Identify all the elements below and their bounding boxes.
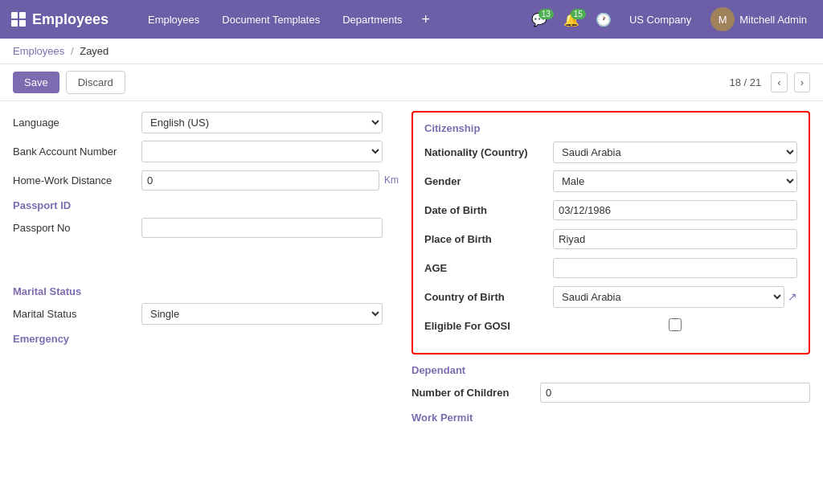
num-children-label: Number of Children xyxy=(412,387,540,399)
emergency-section-title: Emergency xyxy=(13,333,399,345)
user-menu[interactable]: M Mitchell Admin xyxy=(702,7,815,31)
language-field: English (US) xyxy=(141,112,383,133)
km-suffix: Km xyxy=(384,174,399,186)
bank-account-row: Bank Account Number xyxy=(13,140,399,162)
gosi-label: Eligible For GOSI xyxy=(424,320,553,332)
dob-field xyxy=(553,200,797,220)
content-area: Language English (US) Bank Account Numbe… xyxy=(0,101,823,499)
age-row: AGE xyxy=(424,256,797,279)
num-children-input[interactable] xyxy=(540,383,810,403)
home-work-input[interactable] xyxy=(141,170,379,191)
pob-label: Place of Birth xyxy=(424,233,553,245)
user-name: Mitchell Admin xyxy=(739,14,807,26)
pob-input[interactable] xyxy=(553,229,797,249)
breadcrumb-separator: / xyxy=(71,45,74,57)
app-title: Employees xyxy=(32,11,109,28)
gender-row: Gender Male Female xyxy=(424,170,797,192)
toolbar: Save Discard 18 / 21 ‹ › xyxy=(0,64,823,101)
breadcrumb-parent[interactable]: Employees xyxy=(13,45,64,57)
marital-status-select[interactable]: SingleMarriedDivorcedWidowed xyxy=(141,303,383,325)
dob-label: Date of Birth xyxy=(424,204,553,216)
ext-link-icon[interactable]: ↗︎ xyxy=(788,290,797,303)
marital-status-row: Marital Status SingleMarriedDivorcedWido… xyxy=(13,302,399,325)
pagination-next[interactable]: › xyxy=(794,72,810,92)
alerts-button[interactable]: 🔔 15 xyxy=(557,9,586,31)
dob-input[interactable] xyxy=(553,200,797,220)
breadcrumb-current: Zayed xyxy=(80,45,109,57)
nationality-label: Nationality (Country) xyxy=(424,146,553,158)
passport-no-field xyxy=(141,218,383,238)
country-of-birth-field: Saudi Arabia ↗︎ xyxy=(553,286,797,308)
bank-account-select[interactable] xyxy=(141,141,383,162)
num-children-row: Number of Children xyxy=(412,381,810,404)
top-nav: Employees Employees Document Templates D… xyxy=(0,0,823,39)
nationality-select[interactable]: Saudi Arabia xyxy=(553,141,797,163)
right-column: Citizenship Nationality (Country) Saudi … xyxy=(412,111,810,428)
pagination-prev[interactable]: ‹ xyxy=(771,72,787,92)
messages-badge: 13 xyxy=(538,9,554,19)
nav-menu: Employees Document Templates Departments… xyxy=(137,0,525,39)
left-column: Language English (US) Bank Account Numbe… xyxy=(13,111,399,428)
marital-section-title: Marital Status xyxy=(13,285,399,297)
age-input[interactable] xyxy=(553,258,797,278)
citizenship-box: Citizenship Nationality (Country) Saudi … xyxy=(412,111,810,354)
passport-section-title: Passport ID xyxy=(13,199,399,211)
gosi-field xyxy=(553,318,797,334)
messages-button[interactable]: 💬 13 xyxy=(525,9,554,31)
nav-add-button[interactable]: + xyxy=(414,11,439,28)
nav-departments[interactable]: Departments xyxy=(331,0,413,39)
home-work-field xyxy=(141,170,379,191)
breadcrumb: Employees / Zayed xyxy=(0,39,823,64)
num-children-field xyxy=(540,383,810,403)
company-selector[interactable]: US Company xyxy=(621,14,699,26)
passport-no-label: Passport No xyxy=(13,222,141,234)
nationality-row: Nationality (Country) Saudi Arabia xyxy=(424,141,797,163)
bank-account-field xyxy=(141,141,383,162)
age-label: AGE xyxy=(424,262,553,274)
pagination-info: 18 / 21 xyxy=(730,76,762,88)
clock-icon: 🕐 xyxy=(596,12,612,27)
gender-label: Gender xyxy=(424,175,553,187)
gosi-row: Eligible For GOSI xyxy=(424,314,797,337)
avatar: M xyxy=(710,7,735,31)
gender-field: Male Female xyxy=(553,170,797,192)
alerts-badge: 15 xyxy=(571,9,586,19)
country-of-birth-row: Country of Birth Saudi Arabia ↗︎ xyxy=(424,285,797,308)
discard-button[interactable]: Discard xyxy=(66,71,125,94)
home-work-row: Home-Work Distance Km xyxy=(13,169,399,191)
dependant-section-title: Dependant xyxy=(412,364,810,376)
language-row: Language English (US) xyxy=(13,111,399,133)
country-of-birth-select[interactable]: Saudi Arabia xyxy=(553,286,784,308)
country-of-birth-label: Country of Birth xyxy=(424,291,553,303)
nav-right: 💬 13 🔔 15 🕐 US Company M Mitchell Admin xyxy=(525,7,815,31)
age-field xyxy=(553,258,797,278)
clock-button[interactable]: 🕐 xyxy=(589,9,618,31)
citizenship-title: Citizenship xyxy=(424,122,797,134)
app-logo[interactable]: Employees xyxy=(8,11,137,28)
nationality-field: Saudi Arabia xyxy=(553,141,797,163)
pob-field xyxy=(553,229,797,249)
work-permit-section-title: Work Permit xyxy=(412,412,810,424)
nav-employees[interactable]: Employees xyxy=(137,0,211,39)
gender-select[interactable]: Male Female xyxy=(553,170,797,192)
home-work-label: Home-Work Distance xyxy=(13,174,141,186)
grid-icon xyxy=(11,12,26,27)
marital-status-field: SingleMarriedDivorcedWidowed xyxy=(141,303,383,325)
passport-no-row: Passport No xyxy=(13,216,399,239)
pob-row: Place of Birth xyxy=(424,227,797,250)
language-label: Language xyxy=(13,117,141,129)
bank-account-label: Bank Account Number xyxy=(13,145,141,158)
passport-no-input[interactable] xyxy=(141,218,383,238)
save-button[interactable]: Save xyxy=(13,72,59,93)
nav-document-templates[interactable]: Document Templates xyxy=(211,0,331,39)
dob-row: Date of Birth xyxy=(424,199,797,221)
gosi-checkbox[interactable] xyxy=(553,318,797,331)
language-select[interactable]: English (US) xyxy=(141,112,383,133)
marital-status-label: Marital Status xyxy=(13,308,141,320)
